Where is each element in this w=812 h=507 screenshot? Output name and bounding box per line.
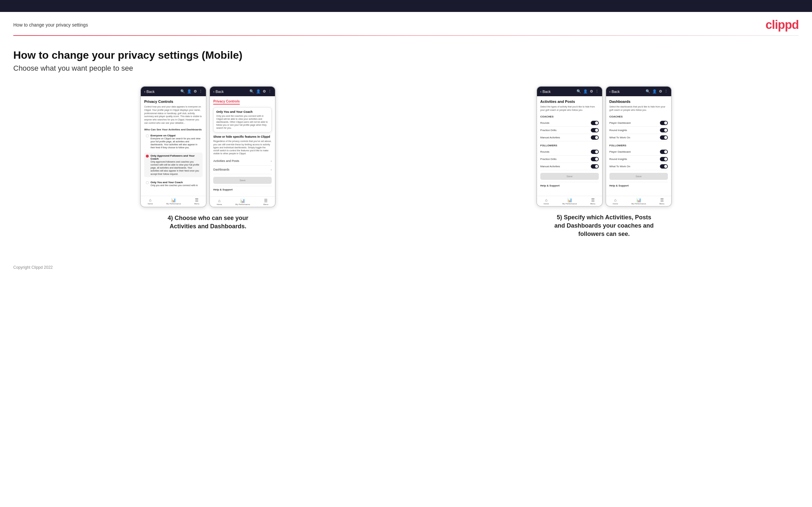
- more-icon-3[interactable]: ⋮: [595, 89, 599, 94]
- section-desc-4: Select the dashboards that you'd like to…: [609, 105, 668, 112]
- section-title-1: Privacy Controls: [144, 100, 203, 104]
- phone-header-4: ‹ Back 🔍 👤 ⚙ ⋮: [606, 87, 671, 96]
- show-hide-title: Show or hide specific features in Clippd: [213, 135, 272, 138]
- double-screenshot-1: ‹ Back 🔍 👤 ⚙ ⋮ Privacy Controls Control …: [140, 86, 276, 207]
- bottom-nav-1: ⌂ Home 📊 My Performance ☰ Menu: [141, 196, 206, 206]
- search-icon-4[interactable]: 🔍: [646, 89, 650, 94]
- settings-icon-2[interactable]: ⚙: [263, 89, 266, 94]
- nav-performance-3[interactable]: 📊 My Performance: [562, 198, 577, 205]
- settings-icon-3[interactable]: ⚙: [590, 89, 593, 94]
- back-button-2[interactable]: ‹ Back: [213, 90, 223, 94]
- toggle-coaches-rounds-switch[interactable]: [591, 121, 599, 125]
- nav-menu-label-2: Menu: [263, 204, 268, 206]
- radio-everyone[interactable]: Everyone on Clippd Everyone on Clippd ca…: [144, 132, 203, 151]
- more-icon-1[interactable]: ⋮: [199, 89, 203, 94]
- nav-home-2[interactable]: ⌂ Home: [216, 199, 222, 206]
- back-button-3[interactable]: ‹ Back: [540, 90, 551, 94]
- radio-approved[interactable]: Only Approved Followers and Your Coach O…: [144, 153, 203, 177]
- nav-menu-2[interactable]: ☰ Menu: [263, 199, 268, 206]
- toggle-coaches-player-dash: Player Dashboard: [609, 119, 668, 127]
- menu-icon-3: ☰: [591, 198, 595, 203]
- nav-performance-1[interactable]: 📊 My Performance: [166, 198, 181, 205]
- settings-icon-4[interactable]: ⚙: [659, 89, 662, 94]
- toggle-followers-rounds-switch[interactable]: [591, 150, 599, 154]
- toggle-coaches-drills: Practice Drills: [540, 127, 599, 134]
- menu-icon-1: ☰: [195, 198, 199, 203]
- toggle-coaches-round-insights-switch[interactable]: [660, 128, 668, 132]
- save-button-4[interactable]: Save: [609, 173, 668, 180]
- logo: clippd: [765, 18, 799, 32]
- popup-title: Only You and Your Coach: [216, 110, 269, 113]
- more-icon-2[interactable]: ⋮: [268, 89, 272, 94]
- nav-menu-3[interactable]: ☰ Menu: [591, 198, 596, 205]
- phone-body-1: Privacy Controls Control how you and you…: [141, 96, 206, 196]
- radio-circle-everyone: [146, 134, 149, 137]
- nav-home-label-1: Home: [147, 203, 153, 205]
- profile-icon-3[interactable]: 👤: [583, 89, 588, 94]
- toggle-followers-round-insights: Round Insights: [609, 156, 668, 163]
- search-icon-2[interactable]: 🔍: [249, 89, 254, 94]
- nav-home-1[interactable]: ⌂ Home: [147, 198, 153, 205]
- nav-home-4[interactable]: ⌂ Home: [613, 198, 618, 205]
- toggle-followers-player-dash: Player Dashboard: [609, 148, 668, 156]
- followers-label-4: FOLLOWERS: [609, 144, 668, 147]
- profile-icon-1[interactable]: 👤: [187, 89, 192, 94]
- caption-1: 4) Choose who can see your Activities an…: [155, 214, 261, 231]
- page-title: How to change your privacy settings (Mob…: [13, 49, 799, 61]
- header-icons-1: 🔍 👤 ⚙ ⋮: [180, 89, 203, 94]
- nav-performance-4[interactable]: 📊 My Performance: [631, 198, 646, 205]
- radio-title-only-you: Only You and Your Coach: [150, 181, 198, 184]
- toggle-coaches-drills-switch[interactable]: [591, 128, 599, 132]
- nav-home-label-2: Home: [216, 204, 222, 206]
- back-button-4[interactable]: ‹ Back: [609, 90, 620, 94]
- toggle-coaches-what-to-work-switch[interactable]: [660, 135, 668, 140]
- radio-only-you[interactable]: Only You and Your Coach Only you and the…: [144, 179, 203, 188]
- save-button-2[interactable]: Save: [213, 177, 272, 184]
- nav-menu-label-3: Menu: [591, 203, 596, 205]
- toggle-followers-round-insights-switch[interactable]: [660, 157, 668, 161]
- coaches-label-3: COACHES: [540, 115, 599, 118]
- toggle-followers-manual-switch[interactable]: [591, 164, 599, 169]
- toggle-coaches-manual-switch[interactable]: [591, 135, 599, 140]
- nav-home-3[interactable]: ⌂ Home: [544, 198, 549, 205]
- menu-activities-posts[interactable]: Activities and Posts ›: [213, 157, 272, 166]
- more-icon-4[interactable]: ⋮: [664, 89, 668, 94]
- who-can-see-label: Who Can See Your Activities and Dashboar…: [144, 128, 203, 131]
- menu-icon-4: ☰: [660, 198, 664, 203]
- toggle-followers-drills-switch[interactable]: [591, 157, 599, 161]
- header-icons-3: 🔍 👤 ⚙ ⋮: [576, 89, 599, 94]
- nav-menu-1[interactable]: ☰ Menu: [194, 198, 199, 205]
- nav-menu-4[interactable]: ☰ Menu: [660, 198, 665, 205]
- back-button-1[interactable]: ‹ Back: [144, 90, 154, 94]
- double-screenshot-2: ‹ Back 🔍 👤 ⚙ ⋮ Activities and Posts Sele…: [536, 86, 672, 207]
- toggle-coaches-player-dash-switch[interactable]: [660, 121, 668, 125]
- nav-performance-2[interactable]: 📊 My Performance: [236, 199, 250, 206]
- menu-icon-2: ☰: [264, 199, 268, 203]
- dashboards-label: Dashboards: [213, 168, 230, 171]
- phone-header-1: ‹ Back 🔍 👤 ⚙ ⋮: [141, 87, 206, 96]
- performance-icon-4: 📊: [636, 198, 641, 203]
- header-icons-2: 🔍 👤 ⚙ ⋮: [249, 89, 272, 94]
- radio-title-everyone: Everyone on Clippd: [150, 134, 201, 137]
- toggle-followers-what-to-work-switch[interactable]: [660, 164, 668, 169]
- performance-icon-3: 📊: [567, 198, 572, 203]
- toggle-coaches-rounds: Rounds: [540, 119, 599, 127]
- search-icon-1[interactable]: 🔍: [180, 89, 185, 94]
- footer: Copyright Clippd 2022: [0, 259, 812, 276]
- phone-mockup-3: ‹ Back 🔍 👤 ⚙ ⋮ Activities and Posts Sele…: [536, 86, 603, 207]
- nav-performance-label-2: My Performance: [236, 204, 250, 206]
- toggle-followers-manual: Manual Activities: [540, 163, 599, 170]
- settings-icon-1[interactable]: ⚙: [194, 89, 197, 94]
- phone-body-4: Dashboards Select the dashboards that yo…: [606, 96, 671, 196]
- profile-icon-2[interactable]: 👤: [256, 89, 261, 94]
- activities-posts-label: Activities and Posts: [213, 159, 239, 163]
- search-icon-3[interactable]: 🔍: [576, 89, 581, 94]
- profile-icon-4[interactable]: 👤: [652, 89, 657, 94]
- toggle-followers-player-dash-switch[interactable]: [660, 150, 668, 154]
- screenshots-row: ‹ Back 🔍 👤 ⚙ ⋮ Privacy Controls Control …: [13, 86, 799, 238]
- help-section-2: Help & Support: [213, 186, 272, 193]
- menu-dashboards[interactable]: Dashboards ›: [213, 166, 272, 174]
- save-button-3[interactable]: Save: [540, 173, 599, 180]
- header-icons-4: 🔍 👤 ⚙ ⋮: [646, 89, 668, 94]
- nav-performance-label-3: My Performance: [562, 203, 577, 205]
